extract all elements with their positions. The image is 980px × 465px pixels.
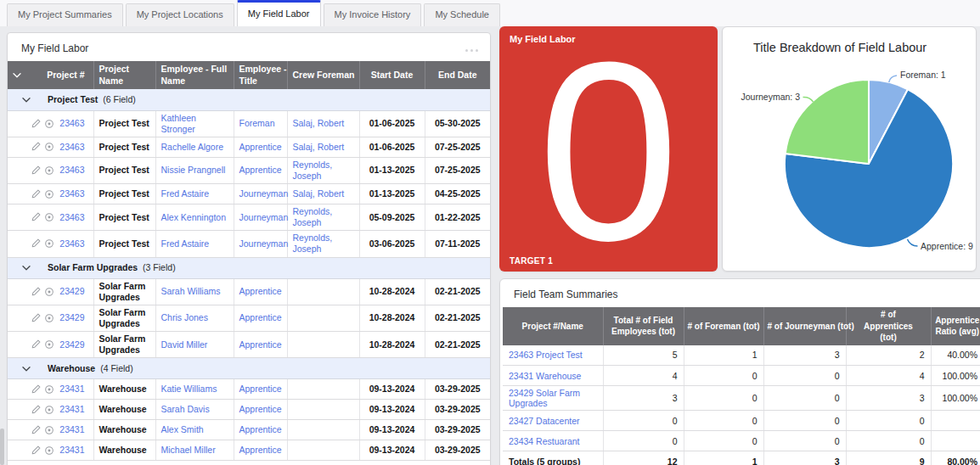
employee-name-link[interactable]: Fred Astaire <box>161 238 210 249</box>
project-number-link[interactable]: 23429 <box>59 312 87 323</box>
view-icon[interactable] <box>44 142 54 152</box>
view-icon[interactable] <box>44 384 54 395</box>
project-number-link[interactable]: 23429 <box>59 286 87 297</box>
column-header[interactable]: Apprentice Ratio (avg) <box>931 307 980 345</box>
column-header[interactable]: Project # <box>8 61 93 89</box>
project-link[interactable]: 23434 Restuarant <box>509 436 579 446</box>
edit-icon[interactable] <box>31 189 41 199</box>
employee-title-link[interactable]: Apprentice <box>239 445 282 455</box>
kpi-card-field-labor[interactable]: My Field Labor 0 TARGET 1 <box>499 26 718 272</box>
column-header[interactable]: Project #/Name <box>503 307 603 345</box>
crew-foreman-link[interactable]: Salaj, Robert <box>293 118 345 128</box>
edit-icon[interactable] <box>31 384 41 395</box>
column-header[interactable]: # of Foreman (tot) <box>684 307 763 345</box>
employee-title-link[interactable]: Apprentice <box>239 286 282 296</box>
group-chevron-icon[interactable] <box>22 266 31 271</box>
project-number-link[interactable]: 23463 <box>59 238 87 249</box>
crew-foreman-link[interactable]: Reynolds, Joseph <box>293 206 333 227</box>
tab-my-project-locations[interactable]: My Project Locations <box>126 3 234 26</box>
view-icon[interactable] <box>44 212 54 222</box>
employee-title-link[interactable]: Apprentice <box>239 142 282 152</box>
project-number-link[interactable]: 23431 <box>59 404 87 415</box>
project-number-link[interactable]: 23431 <box>59 384 87 395</box>
employee-title-link[interactable]: Apprentice <box>239 165 282 175</box>
view-icon[interactable] <box>44 165 54 176</box>
column-header[interactable]: # of Journeyman (tot) <box>763 307 846 345</box>
project-link[interactable]: 23431 Warehouse <box>509 371 581 381</box>
employee-title-link[interactable]: Apprentice <box>239 404 282 414</box>
employee-title-link[interactable]: Journeyman <box>239 188 289 199</box>
edit-icon[interactable] <box>31 287 41 297</box>
edit-icon[interactable] <box>31 142 41 152</box>
edit-icon[interactable] <box>31 212 41 222</box>
edit-icon[interactable] <box>31 339 41 350</box>
view-icon[interactable] <box>44 287 54 297</box>
employee-name-link[interactable]: David Miller <box>161 339 208 350</box>
employee-name-link[interactable]: Kathleen Stronger <box>161 113 196 134</box>
view-icon[interactable] <box>44 339 54 350</box>
view-icon[interactable] <box>44 445 54 456</box>
column-header[interactable]: Start Date <box>359 61 425 89</box>
project-number-link[interactable]: 23463 <box>59 212 87 223</box>
employee-name-link[interactable]: Alex Kennington <box>161 212 226 222</box>
tab-my-invoice-history[interactable]: My Invoice History <box>324 3 422 26</box>
crew-foreman-link[interactable]: Reynolds, Joseph <box>293 232 333 254</box>
group-header-row[interactable]: Project Test (6 Field) <box>8 89 490 110</box>
crew-foreman-link[interactable]: Salaj, Robert <box>293 142 345 152</box>
employee-title-link[interactable]: Apprentice <box>239 384 282 394</box>
edit-icon[interactable] <box>31 119 41 129</box>
project-number-link[interactable]: 23463 <box>59 142 87 153</box>
project-number-link[interactable]: 23463 <box>59 188 87 199</box>
employee-name-link[interactable]: Michael Miller <box>161 445 216 455</box>
column-header[interactable]: End Date <box>425 61 490 89</box>
crew-foreman-link[interactable]: Salaj, Robert <box>293 188 345 199</box>
project-number-link[interactable]: 23431 <box>59 424 87 435</box>
employee-title-link[interactable]: Journeyman <box>239 238 289 249</box>
view-icon[interactable] <box>44 425 54 435</box>
employee-name-link[interactable]: Fred Astaire <box>161 188 210 199</box>
column-header[interactable]: Project Name <box>93 61 155 89</box>
edit-icon[interactable] <box>31 313 41 323</box>
view-icon[interactable] <box>44 189 54 199</box>
tab-my-field-labor[interactable]: My Field Labor <box>237 0 321 26</box>
group-chevron-icon[interactable] <box>22 367 31 372</box>
group-chevron-icon[interactable] <box>22 98 31 103</box>
project-link[interactable]: 23463 Project Test <box>509 350 583 360</box>
employee-name-link[interactable]: Sarah Davis <box>161 404 210 414</box>
project-number-link[interactable]: 23429 <box>59 339 87 350</box>
edit-icon[interactable] <box>31 425 41 435</box>
edit-icon[interactable] <box>31 405 41 415</box>
employee-title-link[interactable]: Apprentice <box>239 424 282 434</box>
view-icon[interactable] <box>44 405 54 415</box>
crew-foreman-link[interactable]: Reynolds, Joseph <box>293 160 333 181</box>
tab-my-project-summaries[interactable]: My Project Summaries <box>7 3 123 26</box>
panel-menu-icon[interactable] <box>463 40 478 55</box>
employee-name-link[interactable]: Katie Williams <box>161 384 217 394</box>
column-header[interactable]: Employee - Title <box>234 61 287 89</box>
edit-icon[interactable] <box>31 165 41 176</box>
employee-title-link[interactable]: Apprentice <box>239 339 282 350</box>
employee-name-link[interactable]: Chris Jones <box>161 312 208 322</box>
page-scrollbar-thumb[interactable] <box>0 429 4 465</box>
collapse-all-icon[interactable] <box>13 73 21 78</box>
edit-icon[interactable] <box>31 238 41 249</box>
employee-title-link[interactable]: Apprentice <box>239 312 282 322</box>
column-header[interactable]: Employee - Full Name <box>155 61 234 89</box>
project-number-link[interactable]: 23463 <box>59 165 87 176</box>
employee-name-link[interactable]: Sarah Williams <box>161 286 221 296</box>
project-link[interactable]: 23429 Solar Farm Upgrades <box>509 388 580 408</box>
project-number-link[interactable]: 23431 <box>59 445 87 456</box>
edit-icon[interactable] <box>31 445 41 456</box>
employee-name-link[interactable]: Rachelle Algore <box>161 142 224 152</box>
column-header[interactable]: # of Apprentices (tot) <box>846 307 931 345</box>
employee-name-link[interactable]: Alex Smith <box>161 424 204 434</box>
tab-my-schedule[interactable]: My Schedule <box>424 3 500 26</box>
view-icon[interactable] <box>44 313 54 323</box>
employee-name-link[interactable]: Nissie Prangnell <box>161 165 226 175</box>
view-icon[interactable] <box>44 238 54 249</box>
column-header[interactable]: Crew Foreman <box>287 61 359 89</box>
group-header-row[interactable]: Warehouse (4 Field) <box>8 358 490 379</box>
employee-title-link[interactable]: Journeyman <box>239 212 289 222</box>
project-number-link[interactable]: 23463 <box>59 118 87 129</box>
pie-chart[interactable]: Foreman: 1Apprentice: 9Journeyman: 3 <box>723 27 977 272</box>
